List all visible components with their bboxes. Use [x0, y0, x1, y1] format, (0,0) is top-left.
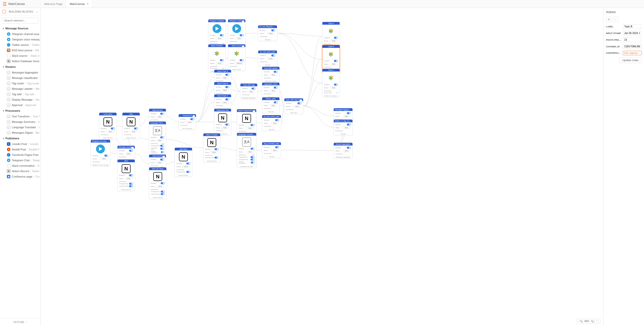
toggle[interactable]: [334, 37, 338, 39]
run-button[interactable]: RUN: [221, 89, 229, 91]
toggle[interactable]: [134, 127, 138, 129]
channel-input[interactable]: [623, 44, 642, 49]
zoom-out-icon[interactable]: −🔍: [578, 320, 583, 323]
toggle[interactable]: [274, 86, 278, 88]
item-telegram-voice-message[interactable]: ➤Telegram voice message :: ...: [1, 37, 40, 42]
node-other[interactable]: otherNEnabledStatusRUNprocessingTranslat…: [117, 159, 135, 191]
run-button[interactable]: RUN: [342, 126, 350, 129]
item-slack-conversation[interactable]: ✱Slack conversation :: Slack ...: [1, 163, 40, 168]
toggle[interactable]: [274, 71, 278, 73]
copy-icon[interactable]: [242, 20, 244, 23]
node-slack-publisher[interactable]: Slack PublisherEnabledStatusRUNprocessin…: [208, 44, 226, 73]
item-display-message[interactable]: ▢Display Message :: Display ...: [1, 97, 40, 102]
node-results-aggregator[interactable]: Results aggregatorEnabledStatusRUNproces…: [334, 143, 353, 159]
zoom-in-icon[interactable]: 🔍+: [591, 320, 595, 323]
node-web-site-ideas[interactable]: Web site ideasNEnabledStatusRUNprocessin…: [149, 167, 166, 199]
item-message-labeler[interactable]: ▢Message Labeler :: Messag...: [1, 86, 40, 91]
run-button[interactable]: RUN: [100, 158, 108, 160]
copy-icon[interactable]: [242, 45, 244, 48]
run-button[interactable]: RUN: [221, 126, 229, 129]
sidebar-footer[interactable]: OUTLINE ›: [0, 318, 40, 326]
toggle[interactable]: [334, 84, 338, 86]
group-message-sources[interactable]: ▾Message Sources: [1, 25, 40, 31]
run-button[interactable]: RUN: [216, 37, 224, 40]
node-telegram-bot-voice[interactable]: Telegram bot voice messageEnabledStatusR…: [90, 140, 110, 166]
node-diary-in-russian[interactable]: diary in russianNEnabledStatusRUNprocess…: [203, 133, 220, 163]
conversation-select[interactable]: Pub: regression...: [623, 51, 642, 55]
item-notion-record[interactable]: NNotion Record :: Notion Rec...: [1, 168, 40, 174]
node-some-ideas[interactable]: some ideasNEnabledStatusRUNprocessingNot…: [99, 112, 117, 139]
toggle[interactable]: [104, 155, 108, 157]
node-lang-translate-pass[interactable]: lang_translate_passEnabledStatusRUNproce…: [262, 142, 281, 158]
run-button[interactable]: RUN: [330, 86, 338, 89]
toggle[interactable]: [220, 34, 224, 36]
run-button[interactable]: RUN: [267, 57, 275, 60]
toggle[interactable]: [186, 163, 190, 164]
run-button[interactable]: RUN: [270, 74, 277, 76]
update-chats-button[interactable]: Update chats: [619, 57, 642, 63]
label-input[interactable]: [623, 24, 642, 29]
tab-maincanvas[interactable]: MainCanvas×: [66, 0, 92, 8]
run-button[interactable]: RUN: [156, 185, 164, 188]
run-button[interactable]: RUN: [156, 139, 164, 142]
run-button[interactable]: RUN: [247, 90, 255, 93]
run-button[interactable]: RUN: [271, 149, 279, 152]
toggle[interactable]: [220, 59, 224, 61]
node-topic-abc-labeler[interactable]: Topic ABC labelerEnabledStatusRUNprocess…: [262, 67, 280, 83]
run-button[interactable]: RUN: [216, 62, 224, 65]
run-button[interactable]: RUN: [186, 121, 194, 124]
run-button[interactable]: RUN: [125, 153, 132, 155]
run-button[interactable]: RUN: [267, 32, 275, 35]
toggle[interactable]: [225, 98, 229, 100]
toggle[interactable]: [250, 124, 254, 126]
item-messages-aggregator[interactable]: ▢Messages Aggregator :: Me...: [1, 70, 40, 75]
item-linedin-post[interactable]: inLinedin Post :: Linedin Post: [1, 141, 40, 147]
toggle[interactable]: [271, 29, 275, 31]
run-button[interactable]: RUN: [330, 40, 338, 42]
node-labeler-or-tag-router-fail[interactable]: labeler_or_tag_router_failEnabledStatusR…: [334, 119, 353, 135]
item-confluence-page[interactable]: ◆Confluence page :: Conflue...: [1, 174, 40, 179]
toggle[interactable]: [347, 124, 351, 125]
node-topic-abc-tag-router[interactable]: Topic_ABC tag routerEnabledStatusRUNproc…: [284, 98, 303, 114]
run-button[interactable]: RUN: [246, 127, 254, 129]
group-routers[interactable]: ▾Routers: [1, 64, 40, 70]
run-button[interactable]: RUN: [342, 115, 350, 118]
node-about-topic-c[interactable]: About Topic CEnabledStatusRUNprocessingT…: [214, 94, 231, 110]
toggle[interactable]: [161, 182, 165, 184]
toggle[interactable]: [271, 54, 275, 56]
run-button[interactable]: RUN: [271, 122, 279, 125]
item-twitter-source[interactable]: 🐦Twitter source :: Twitter so...: [1, 42, 40, 48]
run-button[interactable]: RUN: [107, 130, 114, 133]
toggle[interactable]: [225, 86, 229, 88]
toggle[interactable]: [240, 59, 244, 61]
node-notion-regression-tests[interactable]: Notion Regression Tests SourceNEnabledSt…: [237, 109, 256, 136]
toggle[interactable]: [298, 102, 302, 104]
run-button[interactable]: RUN: [246, 151, 254, 153]
toggle[interactable]: [160, 136, 164, 138]
run-button[interactable]: RUN: [156, 162, 164, 164]
item-message-classificator[interactable]: ▢Message classificator :: Me...: [1, 75, 40, 81]
toggle[interactable]: [160, 113, 164, 115]
toggle[interactable]: [129, 150, 133, 152]
node-src-dst-telegram-pass[interactable]: src_dst_telegram_passEnabledStatusRUNpro…: [258, 25, 277, 41]
group-processors[interactable]: ▾Processors: [1, 108, 40, 114]
item-rss-feed-source[interactable]: 📡RSS feed source :: RSS feed...: [1, 48, 40, 53]
toggle[interactable]: [190, 118, 194, 120]
node-language-translate[interactable]: Language Translate文AEnabledStatusRUNFixe…: [149, 121, 166, 158]
node-telegram-publisher[interactable]: Telegram PublisherEnabledStatusRUNproces…: [208, 19, 226, 48]
item-approval[interactable]: ▢Approval :: Approval: [1, 102, 40, 108]
node-aggregator-pass[interactable]: aggregator_passEnabledStatusRUNprocessin…: [262, 82, 280, 98]
item-language-translate[interactable]: ▢Language Translate :: Lang...: [1, 125, 40, 130]
toggle[interactable]: [252, 87, 256, 89]
item-telegram-chat[interactable]: ➤Telegram Chat :: Telegram ...: [1, 158, 40, 163]
node-app-ideas[interactable]: app ideasNEnabledStatusRUNprocessingTran…: [174, 147, 192, 177]
toggle[interactable]: [240, 34, 244, 36]
run-button[interactable]: RUN: [236, 37, 243, 40]
item-tag-router[interactable]: ▢Tag router :: Tag router: [1, 81, 40, 86]
copy-icon[interactable]: [192, 115, 195, 118]
toggle[interactable]: [274, 101, 278, 103]
toggle[interactable]: [275, 146, 279, 148]
node-lang-translate-regress[interactable]: Language Translate Regress Check文AEnable…: [237, 133, 256, 168]
run-button[interactable]: RUN: [210, 151, 218, 154]
toggle[interactable]: [250, 148, 254, 150]
